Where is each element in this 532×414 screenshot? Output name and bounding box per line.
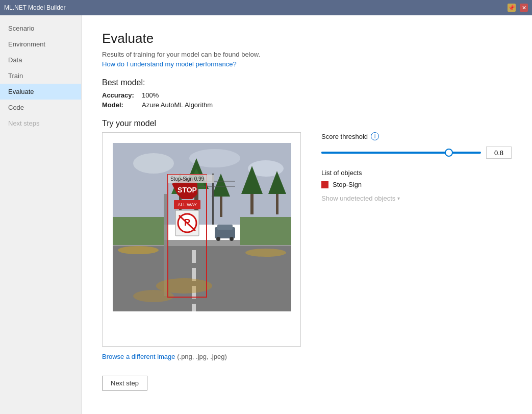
image-frame-container: STOP ALL WAY P <box>102 132 301 347</box>
sidebar-item-next-steps: Next steps <box>0 115 81 131</box>
svg-text:Stop-Sign 0.99: Stop-Sign 0.99 <box>170 176 205 182</box>
title-bar-text: ML.NET Model Builder <box>4 4 503 11</box>
score-threshold-section: Score threshold i <box>321 132 512 159</box>
score-slider-track[interactable] <box>321 152 481 154</box>
object-color-indicator <box>321 181 328 188</box>
slider-fill <box>321 152 449 154</box>
score-threshold-label: Score threshold i <box>321 132 512 140</box>
accuracy-value: 100% <box>142 91 159 99</box>
show-undetected-toggle[interactable]: Show undetected objects ▾ <box>321 194 512 202</box>
show-undetected-label: Show undetected objects <box>321 194 395 202</box>
pin-button[interactable]: 📌 <box>508 4 516 12</box>
help-link[interactable]: How do I understand my model performance… <box>102 60 237 68</box>
image-container: STOP ALL WAY P <box>102 132 301 391</box>
info-icon[interactable]: i <box>371 132 379 140</box>
try-model-section: STOP ALL WAY P <box>102 132 512 391</box>
try-model-title: Try your model <box>102 119 512 128</box>
browse-different-image-link[interactable]: Browse a different image <box>102 353 175 360</box>
slider-thumb[interactable] <box>445 149 453 157</box>
image-frame: STOP ALL WAY P <box>113 143 291 311</box>
model-row: Model: Azure AutoML Algorithm <box>102 101 512 109</box>
browse-link-container: Browse a different image (.png, .jpg, .j… <box>102 353 301 360</box>
next-step-button[interactable]: Next step <box>102 376 147 391</box>
svg-rect-43 <box>168 175 207 297</box>
score-threshold-input[interactable] <box>486 147 512 159</box>
sidebar-item-code[interactable]: Code <box>0 100 81 115</box>
model-value: Azure AutoML Algorithm <box>142 101 213 109</box>
slider-container <box>321 147 512 159</box>
title-bar: ML.NET Model Builder 📌 ✕ <box>0 0 532 15</box>
sidebar-item-train[interactable]: Train <box>0 68 81 84</box>
object-name: Stop-Sign <box>333 181 362 188</box>
object-item-stop-sign: Stop-Sign <box>321 181 512 188</box>
page-title: Evaluate <box>102 31 512 46</box>
chevron-down-icon: ▾ <box>397 196 400 201</box>
content-area: Evaluate Results of training for your mo… <box>82 15 532 414</box>
list-of-objects-label: List of objects <box>321 169 512 177</box>
sidebar: Scenario Environment Data Train Evaluate… <box>0 15 82 414</box>
best-model-section: Best model: Accuracy: 100% Model: Azure … <box>102 78 512 109</box>
right-panel: Score threshold i List of objects <box>321 132 512 202</box>
sidebar-item-environment[interactable]: Environment <box>0 36 81 52</box>
accuracy-label: Accuracy: <box>102 91 138 99</box>
sidebar-item-evaluate[interactable]: Evaluate <box>0 84 81 100</box>
page-subtitle: Results of training for your model can b… <box>102 51 512 58</box>
model-label: Model: <box>102 101 138 109</box>
sidebar-item-scenario[interactable]: Scenario <box>0 20 81 36</box>
close-button[interactable]: ✕ <box>520 4 528 12</box>
sidebar-item-data[interactable]: Data <box>0 52 81 68</box>
accuracy-row: Accuracy: 100% <box>102 91 512 99</box>
main-layout: Scenario Environment Data Train Evaluate… <box>0 15 532 414</box>
detection-overlay: Stop-Sign 0.99 <box>113 143 291 311</box>
browse-formats-text: (.png, .jpg, .jpeg) <box>177 353 227 360</box>
best-model-title: Best model: <box>102 78 512 87</box>
